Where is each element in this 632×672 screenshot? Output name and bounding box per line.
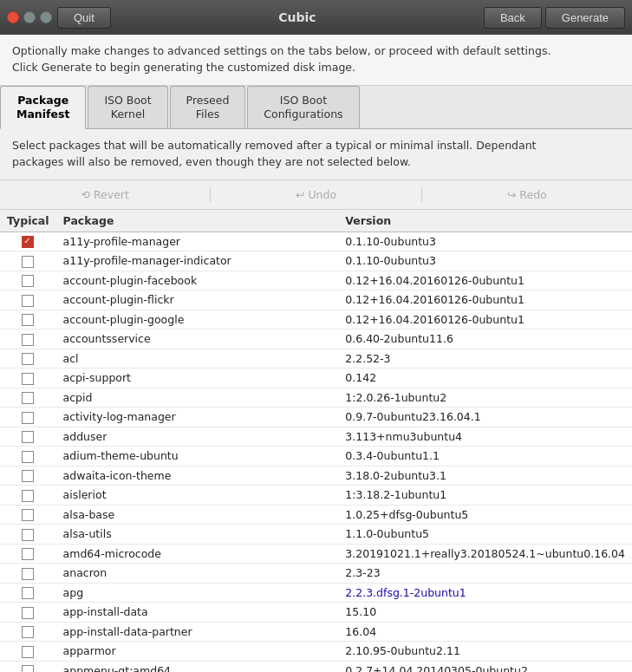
undo-button[interactable]: ↩ Undo [211, 186, 420, 204]
header-package: Package [56, 210, 339, 232]
tab-iso-boot-configurations[interactable]: ISO BootConfigurations [247, 86, 359, 129]
version-cell: 15.10 [338, 603, 632, 623]
table-row[interactable]: adwaita-icon-theme3.18.0-2ubuntu3.1 [0, 466, 632, 486]
table-row[interactable]: acpid1:2.0.26-1ubuntu2 [0, 388, 632, 408]
table-row[interactable]: account-plugin-flickr0.12+16.04.20160126… [0, 290, 632, 310]
typical-checkbox[interactable] [22, 607, 34, 619]
table-row[interactable]: a11y-profile-manager0.1.10-0ubuntu3 [0, 232, 632, 251]
table-row[interactable]: apg2.2.3.dfsg.1-2ubuntu1 [0, 583, 632, 603]
typical-cell[interactable] [0, 544, 56, 564]
typical-cell[interactable] [0, 642, 56, 662]
version-cell: 0.1.10-0ubuntu3 [338, 251, 632, 271]
version-cell: 2.2.3.dfsg.1-2ubuntu1 [338, 583, 632, 603]
typical-cell[interactable] [0, 349, 56, 369]
table-row[interactable]: adduser3.113+nmu3ubuntu4 [0, 427, 632, 447]
typical-cell[interactable] [0, 466, 56, 486]
typical-cell[interactable] [0, 251, 56, 271]
typical-cell[interactable] [0, 603, 56, 623]
typical-cell[interactable] [0, 564, 56, 584]
table-row[interactable]: amd64-microcode3.20191021.1+really3.2018… [0, 544, 632, 564]
typical-checkbox[interactable] [22, 490, 34, 502]
typical-checkbox[interactable] [22, 431, 34, 443]
table-row[interactable]: account-plugin-google0.12+16.04.20160126… [0, 310, 632, 329]
table-row[interactable]: acl2.2.52-3 [0, 349, 632, 369]
table-row[interactable]: app-install-data15.10 [0, 603, 632, 623]
maximize-button[interactable] [40, 11, 52, 23]
package-name-cell: apg [56, 583, 339, 603]
typical-cell[interactable] [0, 408, 56, 427]
minimize-button[interactable] [23, 11, 36, 23]
typical-checkbox[interactable] [22, 470, 34, 482]
tab-bar: PackageManifest ISO BootKernel PreseedFi… [0, 86, 632, 130]
typical-checkbox[interactable] [22, 548, 34, 560]
typical-cell[interactable] [0, 369, 56, 388]
revert-button[interactable]: ⟲ Revert [0, 186, 210, 204]
table-row[interactable]: a11y-profile-manager-indicator0.1.10-0ub… [0, 251, 632, 271]
table-row[interactable]: aisleriot1:3.18.2-1ubuntu1 [0, 486, 632, 506]
typical-cell[interactable] [0, 661, 56, 672]
typical-cell[interactable] [0, 622, 56, 642]
tab-preseed-files[interactable]: PreseedFiles [170, 86, 246, 129]
typical-cell[interactable] [0, 447, 56, 466]
typical-cell[interactable] [0, 486, 56, 506]
typical-checkbox[interactable] [22, 529, 34, 541]
version-cell: 2.10.95-0ubuntu2.11 [338, 642, 632, 662]
typical-checkbox[interactable] [22, 665, 34, 672]
table-row[interactable]: appmenu-qt:amd640.2.7+14.04.20140305-0ub… [0, 661, 632, 672]
typical-cell[interactable] [0, 388, 56, 408]
typical-checkbox[interactable] [22, 587, 34, 599]
redo-button[interactable]: ↪ Redo [422, 186, 632, 204]
typical-cell[interactable] [0, 583, 56, 603]
table-row[interactable]: anacron2.3-23 [0, 564, 632, 584]
version-cell: 1:3.18.2-1ubuntu1 [338, 486, 632, 506]
typical-checkbox[interactable] [22, 392, 34, 404]
typical-checkbox[interactable] [22, 275, 34, 287]
version-cell: 0.142 [338, 369, 632, 388]
version-cell: 0.9.7-0ubuntu23.16.04.1 [338, 408, 632, 427]
typical-cell[interactable] [0, 525, 56, 545]
table-row[interactable]: alsa-base1.0.25+dfsg-0ubuntu5 [0, 505, 632, 525]
typical-checkbox[interactable] [22, 334, 34, 346]
typical-cell[interactable] [0, 427, 56, 447]
typical-cell[interactable] [0, 310, 56, 329]
generate-button[interactable]: Generate [545, 7, 625, 29]
typical-checkbox[interactable] [22, 412, 34, 424]
typical-cell[interactable] [0, 329, 56, 349]
version-cell: 0.6.40-2ubuntu11.6 [338, 329, 632, 349]
table-row[interactable]: account-plugin-facebook0.12+16.04.201601… [0, 271, 632, 290]
back-button[interactable]: Back [484, 7, 542, 29]
table-row[interactable]: accountsservice0.6.40-2ubuntu11.6 [0, 329, 632, 349]
version-link[interactable]: 2.2.3.dfsg.1-2ubuntu1 [345, 586, 466, 599]
table-row[interactable]: activity-log-manager0.9.7-0ubuntu23.16.0… [0, 408, 632, 427]
close-button[interactable] [7, 11, 19, 23]
table-row[interactable]: adium-theme-ubuntu0.3.4-0ubuntu1.1 [0, 447, 632, 466]
typical-checkbox[interactable] [22, 295, 34, 307]
tab-package-manifest[interactable]: PackageManifest [0, 86, 86, 130]
tab-iso-boot-kernel[interactable]: ISO BootKernel [88, 86, 167, 129]
typical-cell[interactable] [0, 271, 56, 290]
quit-button[interactable]: Quit [57, 7, 111, 29]
table-row[interactable]: acpi-support0.142 [0, 369, 632, 388]
typical-checkbox[interactable] [22, 509, 34, 521]
version-cell: 0.3.4-0ubuntu1.1 [338, 447, 632, 466]
typical-checkbox[interactable] [22, 314, 34, 326]
typical-checkbox[interactable] [22, 451, 34, 463]
package-table-container[interactable]: Typical Package Version a11y-profile-man… [0, 210, 632, 673]
typical-checkbox[interactable] [22, 256, 34, 268]
typical-checkbox[interactable] [22, 353, 34, 365]
package-name-cell: appmenu-qt:amd64 [56, 661, 339, 672]
table-row[interactable]: app-install-data-partner16.04 [0, 622, 632, 642]
table-row[interactable]: alsa-utils1.1.0-0ubuntu5 [0, 525, 632, 545]
typical-checkbox[interactable] [22, 568, 34, 580]
typical-cell[interactable] [0, 505, 56, 525]
typical-checkbox[interactable] [22, 626, 34, 638]
table-row[interactable]: apparmor2.10.95-0ubuntu2.11 [0, 642, 632, 662]
version-cell: 2.3-23 [338, 564, 632, 584]
package-name-cell: a11y-profile-manager [56, 232, 339, 251]
typical-checkbox[interactable] [22, 373, 34, 385]
typical-cell[interactable] [0, 290, 56, 310]
package-name-cell: anacron [56, 564, 339, 584]
typical-cell[interactable] [0, 232, 56, 251]
typical-checkbox[interactable] [22, 646, 34, 658]
typical-checkbox[interactable] [22, 236, 34, 248]
